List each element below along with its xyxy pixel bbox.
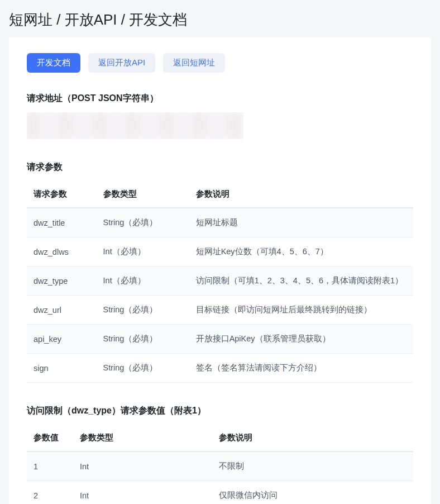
cell-param-name: api_key [27, 325, 97, 354]
table-row: dwz_title String（必填） 短网址标题 [27, 208, 413, 237]
th-val: 参数值 [27, 425, 73, 451]
table-row: dwz_url String（必填） 目标链接（即访问短网址后最终跳转到的链接） [27, 296, 413, 325]
table-row: api_key String（必填） 开放接口ApiKey（联系管理员获取） [27, 325, 413, 354]
tabs: 开发文档 返回开放API 返回短网址 [27, 53, 413, 73]
cell-param-type: Int（必填） [97, 267, 189, 296]
cell-val: 2 [27, 481, 73, 505]
cell-desc: 仅限微信内访问 [212, 481, 413, 505]
section-request-url: 请求地址（POST JSON字符串） [27, 93, 413, 139]
cell-param-name: sign [27, 354, 97, 383]
tab-back-dwz[interactable]: 返回短网址 [163, 53, 225, 73]
th-param-desc: 参数说明 [189, 181, 413, 208]
tab-dev-doc[interactable]: 开发文档 [27, 53, 80, 73]
request-url-placeholder [27, 112, 243, 139]
table-header-row: 参数值 参数类型 参数说明 [27, 425, 413, 451]
section-dwz-type: 访问限制（dwz_type）请求参数值（附表1） 参数值 参数类型 参数说明 1… [27, 405, 413, 504]
cell-param-type: String（必填） [97, 325, 189, 354]
cell-desc: 不限制 [212, 451, 413, 481]
cell-type: Int [73, 481, 212, 505]
th-param-name: 请求参数 [27, 181, 97, 208]
cell-param-name: dwz_dlws [27, 237, 97, 267]
cell-param-type: String（必填） [97, 354, 189, 383]
table-row: dwz_dlws Int（必填） 短网址Key位数（可填4、5、6、7） [27, 237, 413, 267]
cell-param-desc: 签名（签名算法请阅读下方介绍） [189, 354, 413, 383]
cell-param-desc: 目标链接（即访问短网址后最终跳转到的链接） [189, 296, 413, 325]
tab-back-api[interactable]: 返回开放API [88, 53, 155, 73]
dwz-type-title: 访问限制（dwz_type）请求参数值（附表1） [27, 405, 413, 417]
request-params-table: 请求参数 参数类型 参数说明 dwz_title String（必填） 短网址标… [27, 181, 413, 383]
table-row: 2 Int 仅限微信内访问 [27, 481, 413, 505]
cell-param-type: String（必填） [97, 296, 189, 325]
table-row: dwz_type Int（必填） 访问限制（可填1、2、3、4、5、6，具体请阅… [27, 267, 413, 296]
dwz-type-table: 参数值 参数类型 参数说明 1 Int 不限制 2 Int 仅限微信内访问 3 [27, 425, 413, 504]
th-type: 参数类型 [73, 425, 212, 451]
table-row: sign String（必填） 签名（签名算法请阅读下方介绍） [27, 354, 413, 383]
cell-param-name: dwz_url [27, 296, 97, 325]
cell-param-desc: 短网址Key位数（可填4、5、6、7） [189, 237, 413, 267]
th-desc: 参数说明 [212, 425, 413, 451]
cell-type: Int [73, 451, 212, 481]
request-url-title: 请求地址（POST JSON字符串） [27, 93, 413, 104]
cell-param-type: String（必填） [97, 208, 189, 237]
cell-param-desc: 开放接口ApiKey（联系管理员获取） [189, 325, 413, 354]
cell-param-name: dwz_title [27, 208, 97, 237]
main-card: 开发文档 返回开放API 返回短网址 请求地址（POST JSON字符串） 请求… [9, 37, 431, 504]
table-header-row: 请求参数 参数类型 参数说明 [27, 181, 413, 208]
th-param-type: 参数类型 [97, 181, 189, 208]
cell-param-type: Int（必填） [97, 237, 189, 267]
request-params-title: 请求参数 [27, 161, 413, 173]
cell-param-desc: 访问限制（可填1、2、3、4、5、6，具体请阅读附表1） [189, 267, 413, 296]
table-row: 1 Int 不限制 [27, 451, 413, 481]
cell-val: 1 [27, 451, 73, 481]
cell-param-name: dwz_type [27, 267, 97, 296]
section-request-params: 请求参数 请求参数 参数类型 参数说明 dwz_title String（必填）… [27, 161, 413, 383]
cell-param-desc: 短网址标题 [189, 208, 413, 237]
breadcrumb: 短网址 / 开放API / 开发文档 [0, 0, 440, 37]
